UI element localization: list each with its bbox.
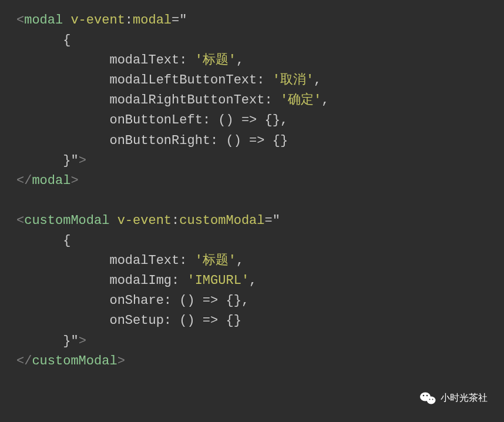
svg-point-5 bbox=[432, 398, 434, 400]
code-line-6: onButtonLeft: () => {}, bbox=[16, 113, 288, 128]
svg-point-4 bbox=[429, 398, 431, 400]
svg-point-3 bbox=[426, 394, 428, 396]
svg-point-2 bbox=[423, 394, 425, 396]
code-line-16: }"> bbox=[16, 334, 86, 349]
code-line-4: modalLeftButtonText: '取消', bbox=[16, 73, 321, 88]
code-line-14: onShare: () => {}, bbox=[16, 293, 249, 308]
code-line-17: </customModal> bbox=[16, 354, 125, 369]
code-line-9: </modal> bbox=[16, 173, 79, 188]
watermark-text: 小时光茶社 bbox=[441, 391, 488, 406]
svg-point-1 bbox=[427, 396, 436, 404]
code-line-7: onButtonRight: () => {} bbox=[16, 133, 288, 148]
code-line-1: <modal v-event:modal=" bbox=[16, 13, 187, 28]
code-line-5: modalRightButtonText: '确定', bbox=[16, 93, 330, 108]
code-line-12: modalText: '标题', bbox=[16, 253, 244, 268]
code-line-15: onSetup: () => {} bbox=[16, 313, 241, 328]
code-line-13: modalImg: 'IMGURL', bbox=[16, 273, 257, 288]
code-line-10: <customModal v-event:customModal=" bbox=[16, 213, 280, 228]
code-line-3: modalText: '标题', bbox=[16, 53, 244, 68]
watermark: 小时光茶社 bbox=[419, 391, 488, 406]
code-line-2: { bbox=[16, 33, 70, 48]
wechat-icon bbox=[419, 391, 436, 406]
code-line-8: }"> bbox=[16, 153, 86, 168]
code-line-11: { bbox=[16, 233, 70, 248]
code-editor: <modal v-event:modal=" { modalText: '标题'… bbox=[16, 11, 488, 371]
